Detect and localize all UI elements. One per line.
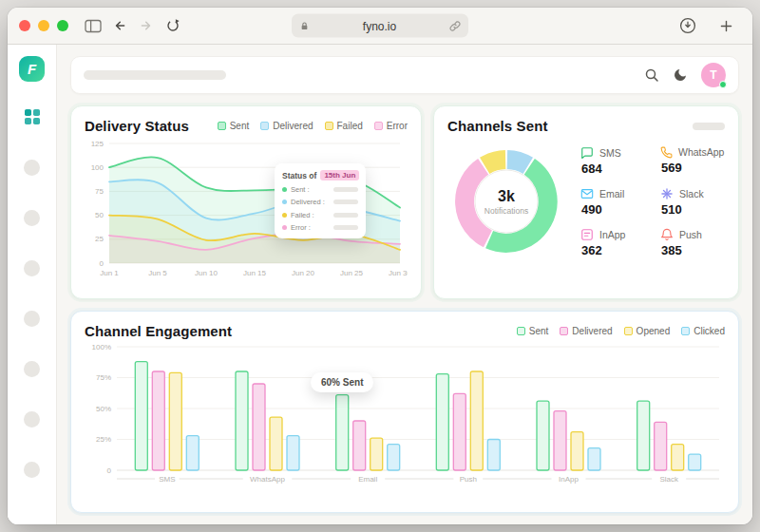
dashboard-grid-icon (24, 108, 41, 125)
channel-item-push: Push 385 (660, 228, 725, 257)
sidebar-item-placeholder[interactable] (24, 411, 40, 428)
zoom-window-button[interactable] (57, 20, 68, 31)
tooltip-series-label: Delivered : (291, 198, 325, 206)
legend-item: Failed (325, 121, 363, 131)
bar-delivered (554, 411, 566, 470)
window-controls (19, 20, 68, 31)
sidebar-item-placeholder[interactable] (24, 462, 40, 478)
tooltip-date-chip: 15th Jun (320, 170, 359, 180)
tooltip-rows: Sent :Delivered :Failed :Error : (282, 185, 358, 233)
downloads-button[interactable] (676, 14, 699, 37)
channel-engagement-title: Channel Engagement (85, 323, 232, 339)
search-placeholder-bar (84, 70, 226, 80)
link-icon[interactable] (449, 20, 461, 31)
channel-value: 510 (661, 202, 725, 217)
channel-engagement-card: Channel Engagement SentDeliveredOpenedCl… (70, 311, 739, 513)
channel-label: Email (599, 188, 624, 200)
sidebar-item-placeholder[interactable] (24, 311, 40, 327)
svg-text:100%: 100% (92, 343, 111, 352)
minimize-window-button[interactable] (38, 20, 49, 31)
svg-text:Jun 1: Jun 1 (100, 269, 119, 277)
fyno-logo[interactable]: F (19, 56, 45, 82)
channels-sent-body: 3k Notifications SMS (447, 142, 725, 260)
channels-donut-wrap: 3k Notifications (447, 142, 565, 260)
svg-text:InApp: InApp (559, 475, 579, 484)
forward-button[interactable] (135, 14, 158, 37)
legend-swatch (560, 327, 568, 335)
sidebar-item-dashboard[interactable] (24, 108, 41, 125)
phone-icon (660, 146, 673, 159)
sidebar-item-placeholder[interactable] (24, 210, 40, 226)
tooltip-series-dot (282, 200, 287, 204)
tooltip-value-placeholder (333, 187, 358, 192)
lock-icon (299, 20, 310, 31)
sidebar-item-placeholder[interactable] (24, 361, 40, 377)
url-bar[interactable]: fyno.io (292, 14, 468, 38)
channel-label: Slack (679, 188, 704, 200)
bar-delivered (453, 393, 466, 470)
tooltip-title: Status of 15th Jun (282, 170, 358, 180)
tooltip-value-placeholder (333, 200, 358, 204)
delivery-status-legend: SentDeliveredFailedError (218, 121, 408, 131)
back-arrow-icon (112, 18, 127, 33)
reload-icon (165, 18, 180, 33)
channel-item-sms: SMS 684 (580, 146, 645, 176)
sidebar-item-placeholder[interactable] (24, 260, 40, 276)
channel-item-email: Email 490 (580, 187, 645, 217)
sidebar: F (8, 45, 57, 524)
channels-legend-grid: SMS 684 WhatsApp (580, 146, 725, 257)
sidebar-item-placeholder[interactable] (24, 160, 40, 176)
delivery-status-header: Delivery Status SentDeliveredFailedError (85, 118, 408, 134)
bar-opened (169, 372, 181, 470)
new-tab-button[interactable] (714, 14, 737, 37)
sidebar-toggle-button[interactable] (82, 14, 104, 37)
envelope-icon (580, 187, 594, 200)
donut-total: 3k (498, 188, 515, 205)
legend-swatch (325, 122, 333, 130)
tooltip-series-dot (282, 187, 287, 192)
chat-icon (580, 146, 594, 160)
svg-text:75%: 75% (96, 373, 111, 382)
channel-label: WhatsApp (678, 146, 724, 158)
svg-text:Slack: Slack (659, 475, 679, 484)
delivery-status-title: Delivery Status (85, 118, 189, 134)
bar-sent (336, 395, 349, 470)
tooltip-series-dot (282, 213, 287, 218)
bar-sent (236, 371, 248, 470)
search-input[interactable]: T (70, 56, 739, 94)
bar-delivered (152, 371, 164, 470)
svg-text:Jun 25: Jun 25 (340, 269, 364, 277)
svg-text:25: 25 (95, 235, 104, 243)
reload-button[interactable] (162, 14, 184, 37)
plus-icon (719, 19, 733, 33)
cards-row: Delivery Status SentDeliveredFailedError… (70, 105, 739, 299)
legend-swatch (681, 327, 690, 335)
bar-opened (270, 417, 282, 470)
bar-delivered (253, 384, 265, 470)
tooltip-value-placeholder (333, 213, 358, 218)
engagement-chart-tooltip: 60% Sent (311, 372, 373, 392)
avatar[interactable]: T (701, 63, 726, 87)
bar-sent (135, 362, 147, 470)
donut-center: 3k Notifications (447, 142, 565, 260)
legend-swatch (260, 122, 269, 130)
delivery-chart-tooltip: Status of 15th Jun Sent :Delivered :Fail… (275, 163, 366, 238)
tooltip-series-label: Sent : (291, 185, 310, 194)
channels-sent-card: Channels Sent 3k Notifications (433, 105, 739, 299)
moon-icon[interactable] (673, 67, 688, 83)
svg-text:Push: Push (460, 475, 477, 484)
online-status-dot (719, 81, 727, 88)
card-menu-placeholder[interactable] (693, 123, 725, 130)
close-window-button[interactable] (19, 20, 30, 31)
channel-engagement-legend: SentDeliveredOpenedClicked (517, 326, 725, 336)
svg-text:50%: 50% (96, 405, 111, 413)
chrome-right-controls (676, 14, 741, 37)
channel-value: 490 (581, 202, 645, 217)
search-icon[interactable] (644, 67, 659, 83)
svg-text:25%: 25% (96, 435, 111, 444)
svg-text:125: 125 (91, 140, 104, 148)
back-button[interactable] (108, 14, 131, 37)
channels-sent-title: Channels Sent (447, 118, 548, 134)
tooltip-row: Delivered : (282, 198, 358, 206)
bar-sent (436, 374, 448, 470)
